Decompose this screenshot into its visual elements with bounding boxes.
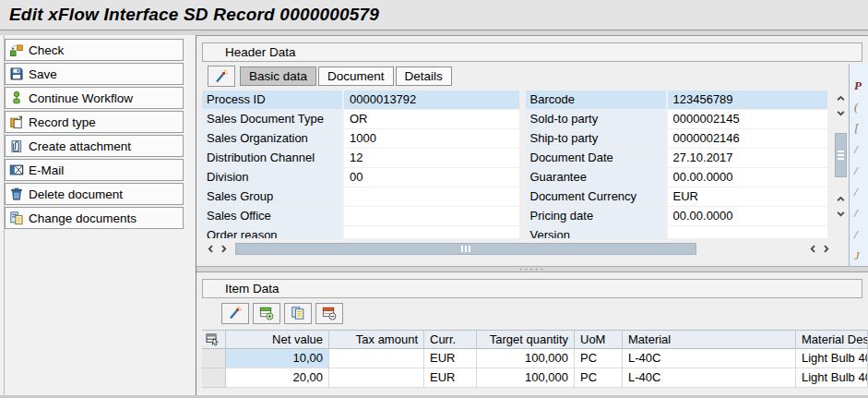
horizontal-scroll-thumb[interactable] [235, 243, 696, 255]
chevron-left-icon [206, 244, 216, 254]
copy-row-button[interactable] [284, 303, 312, 324]
header-horizontal-scrollbar[interactable] [196, 238, 849, 259]
field-value-sales-group[interactable] [342, 187, 519, 206]
field-value-sales-document-type[interactable]: OR [342, 110, 519, 128]
column-header-target-quantity[interactable]: Target quantity [477, 330, 575, 349]
field-value-sold-to-party[interactable]: 0000002145 [666, 110, 828, 128]
field-label: Document Currency [526, 187, 666, 206]
field-value-division[interactable]: 00 [342, 168, 519, 187]
sidebar-item-label: E-Mail [29, 163, 64, 177]
cell-material[interactable]: L-40C [623, 349, 796, 368]
delete-row-button[interactable] [315, 303, 343, 324]
field-value-pricing-date[interactable]: 00.00.0000 [666, 207, 828, 225]
field-value-sales-office[interactable] [342, 207, 519, 225]
edit-items-button[interactable] [221, 303, 249, 324]
scroll-down-button[interactable] [834, 206, 847, 221]
scroll-up-button[interactable] [834, 191, 847, 206]
cell-uom[interactable]: PC [575, 368, 623, 388]
field-row-sold-to-party: Sold-to party0000002145 [526, 110, 828, 128]
cell-target-quantity[interactable]: 100,000 [477, 368, 575, 388]
clipped-text-fragment: / [854, 163, 858, 178]
sidebar-item-continue-workflow[interactable]: Continue Workflow [5, 87, 184, 109]
record-type-icon [9, 115, 24, 129]
horizontal-scroll-track[interactable] [233, 242, 803, 256]
column-header-tax-amount[interactable]: Tax amount [329, 330, 424, 349]
field-row-guarantee: Guarantee00.00.0000 [526, 168, 828, 187]
field-label: Sales Organization [202, 129, 342, 148]
cell-material-des[interactable]: Light Bulb 40 [796, 368, 868, 388]
column-header-uom[interactable]: UoM [575, 330, 623, 349]
select-all-button[interactable] [202, 330, 226, 349]
field-value-distribution-channel[interactable]: 12 [342, 149, 519, 167]
column-header-curr[interactable]: Curr. [424, 330, 477, 349]
item-data-title-bar: Item Data [202, 279, 862, 298]
vertical-scroll-thumb[interactable] [835, 133, 847, 177]
field-row-sales-document-type: Sales Document TypeOR [202, 110, 519, 128]
sidebar-item-label: Save [29, 67, 57, 81]
row-selector[interactable] [202, 349, 226, 368]
field-value-version[interactable] [666, 226, 828, 238]
header-form: Process ID0000013792Sales Document TypeO… [202, 90, 849, 238]
sidebar-item-e-mail[interactable]: E-Mail [5, 159, 184, 181]
clipped-text-fragment: [ [854, 121, 859, 136]
magic-wand-icon [214, 69, 229, 84]
tab-basic-data[interactable]: Basic data [240, 66, 316, 86]
header-tabs: Basic dataDocumentDetails [238, 66, 452, 86]
scroll-up-button[interactable] [834, 90, 847, 105]
field-label: Pricing date [526, 207, 666, 225]
item-data-title: Item Data [225, 282, 279, 295]
chevron-up-icon [836, 194, 846, 204]
sidebar-item-record-type[interactable]: Record type [5, 111, 184, 133]
header-vertical-scrollbar[interactable] [832, 90, 849, 238]
sidebar-item-label: Continue Workflow [29, 91, 133, 105]
scroll-left-button[interactable] [204, 241, 217, 256]
edit-header-button[interactable] [208, 66, 235, 87]
cell-uom[interactable]: PC [575, 349, 623, 368]
sidebar-item-check[interactable]: Check [5, 39, 184, 61]
field-value-document-currency[interactable]: EUR [666, 187, 828, 206]
field-label: Distribution Channel [202, 149, 342, 167]
cell-curr[interactable]: EUR [424, 368, 477, 388]
field-label: Version [526, 226, 666, 238]
field-row-pricing-date: Pricing date00.00.0000 [526, 207, 828, 225]
window-titlebar: Edit xFlow Interface SD Record 000000057… [0, 0, 868, 30]
cell-net-value[interactable]: 10,00 [226, 349, 329, 368]
field-value-sales-organization[interactable]: 1000 [342, 129, 519, 148]
cell-curr[interactable]: EUR [424, 349, 477, 368]
column-header-material[interactable]: Material [623, 330, 796, 349]
scroll-down-button[interactable] [834, 105, 847, 120]
sidebar-item-create-attachment[interactable]: Create attachment [5, 135, 184, 157]
tab-details[interactable]: Details [396, 66, 452, 86]
field-value-guarantee[interactable]: 00.00.0000 [666, 168, 828, 187]
cell-tax-amount[interactable] [329, 368, 424, 388]
scroll-left-button[interactable] [806, 241, 819, 256]
tab-document[interactable]: Document [318, 66, 394, 86]
scroll-right-button[interactable] [819, 241, 832, 256]
cell-material-des[interactable]: Light Bulb 40 [796, 349, 868, 368]
field-value-order-reason[interactable] [342, 226, 519, 238]
cell-material[interactable]: L-40C [623, 368, 796, 388]
magic-wand-icon [228, 306, 243, 320]
sidebar-item-save[interactable]: Save [5, 63, 184, 85]
field-value-barcode[interactable]: 123456789 [666, 90, 828, 109]
field-value-process-id[interactable]: 0000013792 [342, 90, 519, 109]
field-label: Sold-to party [526, 110, 666, 128]
copy-icon [291, 306, 305, 320]
field-value-ship-to-party[interactable]: 0000002146 [666, 129, 828, 148]
horizontal-splitter[interactable]: ····· [196, 266, 868, 272]
sidebar-item-delete-document[interactable]: Delete document [5, 183, 184, 205]
cell-target-quantity[interactable]: 100,000 [477, 349, 575, 368]
row-selector[interactable] [202, 368, 226, 388]
insert-row-button[interactable] [253, 303, 280, 324]
cell-net-value[interactable]: 20,00 [226, 368, 329, 388]
field-label: Sales Office [202, 207, 342, 225]
delete-row-icon [322, 306, 337, 320]
column-header-material-des[interactable]: Material Des [796, 330, 868, 349]
chevron-right-icon [821, 244, 831, 254]
column-header-net-value[interactable]: Net value [226, 330, 329, 349]
sidebar-item-change-documents[interactable]: Change documents [5, 207, 184, 229]
cell-tax-amount[interactable] [329, 349, 424, 368]
scroll-right-button[interactable] [217, 241, 230, 256]
sidebar-item-label: Record type [29, 115, 96, 129]
field-value-document-date[interactable]: 27.10.2017 [666, 149, 828, 167]
